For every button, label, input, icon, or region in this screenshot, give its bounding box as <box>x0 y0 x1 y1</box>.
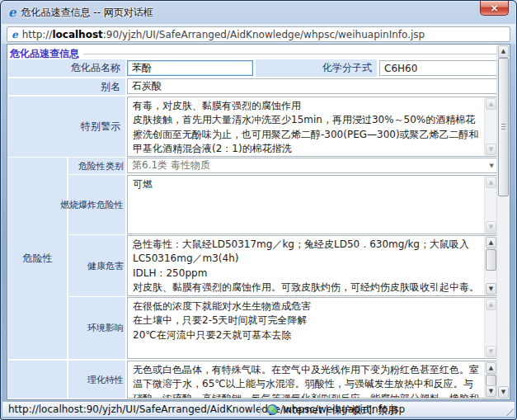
alias-label: 别名 <box>8 78 125 95</box>
warning-scrollbar[interactable]: ▲ ▼ <box>484 97 497 156</box>
window-title: 危化品速查信息 -- 网页对话框 <box>21 6 153 20</box>
category-select[interactable]: 第6.1类 毒性物质 ▼ <box>127 158 498 173</box>
chevron-down-icon[interactable]: ▼ <box>490 163 494 168</box>
status-divider <box>260 403 261 416</box>
phys-group-cell <box>8 361 67 399</box>
address-bar: e http://localhost:90/yjzh/UI/SafeArrang… <box>2 24 515 44</box>
environment-textarea[interactable]: 在很低的浓度下就能对水生生物造成危害 在土壤中，只要2-5天时间就可完全降解 2… <box>127 297 498 359</box>
fire-hazard-textarea[interactable]: 可燃 ▲ ▼ <box>127 175 498 234</box>
scroll-down-icon[interactable]: ▼ <box>486 221 496 233</box>
close-icon: × <box>490 3 498 13</box>
fire-hazard-scrollbar[interactable]: ▲ ▼ <box>484 176 497 234</box>
fire-hazard-text: 可燃 <box>128 176 484 234</box>
scroll-down-icon[interactable]: ▼ <box>498 386 509 399</box>
alias-input[interactable]: 石炭酸 <box>127 78 498 94</box>
warning-text: 有毒，对皮肤、黏膜有强烈的腐蚀作用 皮肤接触，首先用大量清水冲洗至少15min，… <box>128 97 484 156</box>
health-hazard-scrollbar[interactable]: ▲ ▼ <box>484 236 497 295</box>
page-url: http://localhost:90/yjzh/UI/SafeArranged… <box>22 29 425 40</box>
scroll-up-icon[interactable]: ▲ <box>486 177 496 188</box>
close-button[interactable]: × <box>480 1 509 16</box>
scroll-down-icon[interactable]: ▼ <box>486 283 496 295</box>
health-hazard-textarea[interactable]: 急性毒性：大鼠经LD50317mg／kg；兔经皮LD50．630mg/kg；大鼠… <box>127 235 498 296</box>
scroll-up-icon[interactable]: ▲ <box>486 98 496 110</box>
warning-label: 特别警示 <box>8 97 125 157</box>
zone-text: Internet | 保护模式: 禁用 <box>283 403 397 418</box>
hazard-group-label: 危险性 <box>8 158 67 359</box>
category-label: 危险性类别 <box>68 158 125 174</box>
health-hazard-label: 健康危害 <box>68 235 125 296</box>
environment-text: 在很低的浓度下就能对水生生物造成危害 在土壤中，只要2-5天时间就可完全降解 2… <box>128 298 484 358</box>
scroll-up-icon[interactable]: ▲ <box>486 362 496 374</box>
status-bar: http://localhost:90/yjzh/UI/SafeArranged… <box>2 401 515 417</box>
scrollbar-thumb[interactable] <box>486 375 496 386</box>
health-hazard-text: 急性毒性：大鼠经LD50317mg／kg；兔经皮LD50．630mg/kg；大鼠… <box>128 236 484 295</box>
scrollbar-thumb[interactable] <box>486 249 496 271</box>
scroll-down-icon[interactable]: ▼ <box>486 346 496 357</box>
scrollbar-grip <box>501 124 505 130</box>
phys-properties-text: 无色或白色晶体，有特殊气味。在空气中及光线作用下变为粉红色甚至红色。室温下微溶于… <box>128 361 484 398</box>
name-label: 危化品名称 <box>8 59 125 77</box>
page-content: 危化品速查信息 危化品名称 苯酚 化学分子式 C6H60 别名 石炭酸 特别警示… <box>7 44 510 400</box>
scroll-up-icon[interactable]: ▲ <box>486 237 496 248</box>
resize-grip[interactable] <box>503 405 514 416</box>
dialog-window: e 危化品速查信息 -- 网页对话框 × e http://localhost:… <box>0 0 517 420</box>
fire-hazard-label: 燃烧爆炸危险性 <box>68 175 125 234</box>
phys-properties-scrollbar[interactable]: ▲ ▼ <box>484 361 497 398</box>
scrollbar-thumb[interactable] <box>498 58 509 196</box>
warning-textarea[interactable]: 有毒，对皮肤、黏膜有强烈的腐蚀作用 皮肤接触，首先用大量清水冲洗至少15min，… <box>127 97 498 157</box>
internet-zone-icon <box>267 404 278 415</box>
scroll-down-icon[interactable]: ▼ <box>486 385 496 397</box>
page-scrollbar[interactable]: ▲ ▼ <box>496 45 510 399</box>
phys-properties-textarea[interactable]: 无色或白色晶体，有特殊气味。在空气中及光线作用下变为粉红色甚至红色。室温下微溶于… <box>127 361 498 399</box>
scroll-up-icon[interactable]: ▲ <box>498 45 509 58</box>
scroll-up-icon[interactable]: ▲ <box>486 299 496 310</box>
category-value: 第6.1类 毒性物质 <box>132 158 210 172</box>
formula-label: 化学分子式 <box>256 59 377 77</box>
legend-rule <box>83 54 506 54</box>
formula-input[interactable]: C6H60 <box>379 60 498 76</box>
title-bar[interactable]: e 危化品速查信息 -- 网页对话框 <box>1 1 516 24</box>
page-icon: e <box>12 30 18 40</box>
address-input[interactable]: e http://localhost:90/yjzh/UI/SafeArrang… <box>7 26 510 42</box>
scroll-down-icon[interactable]: ▼ <box>486 144 496 155</box>
environment-scrollbar[interactable]: ▲ ▼ <box>484 298 497 358</box>
name-input[interactable]: 苯酚 <box>127 60 253 76</box>
phys-properties-label: 理化特性 <box>68 361 125 399</box>
environment-label: 环境影响 <box>68 297 125 359</box>
ie-logo-icon: e <box>8 7 16 19</box>
